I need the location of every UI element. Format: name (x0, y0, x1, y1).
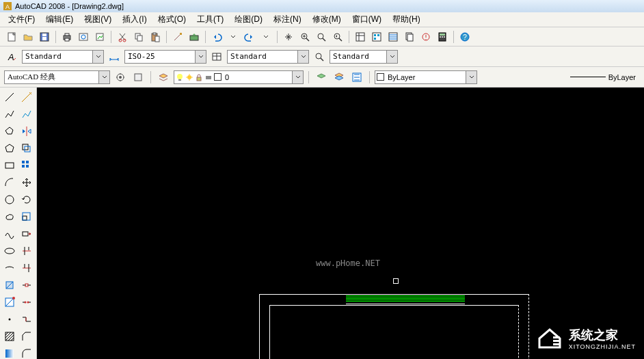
break-icon[interactable] (18, 294, 35, 310)
offset-icon[interactable] (18, 140, 35, 157)
chevron-down-icon[interactable] (98, 71, 109, 83)
ellipse-arc-icon[interactable] (1, 260, 18, 276)
trim-icon[interactable] (18, 243, 35, 259)
break-point-icon[interactable] (18, 277, 35, 293)
rectangle-icon[interactable] (1, 123, 18, 139)
text-style-combo[interactable]: Standard (22, 50, 104, 64)
chamfer-icon[interactable] (18, 328, 35, 345)
menu-file[interactable]: 文件(F) (4, 13, 39, 26)
hatch-icon[interactable] (1, 328, 18, 345)
revcloud-icon[interactable] (1, 209, 18, 225)
zoom-realtime-icon[interactable] (297, 29, 312, 44)
drawing-canvas[interactable]: www.pHome.NET 系统之家 (37, 88, 644, 359)
extend-icon[interactable] (18, 260, 35, 276)
chevron-down-icon[interactable] (292, 71, 303, 83)
copy-icon[interactable] (131, 29, 146, 44)
undo-icon[interactable] (209, 29, 224, 44)
menu-help[interactable]: 帮助(H) (388, 13, 425, 26)
fillet-icon[interactable] (18, 345, 35, 359)
mirror-icon[interactable] (18, 123, 35, 139)
table-style-combo[interactable]: Standard (227, 50, 309, 64)
cut-icon[interactable] (115, 29, 130, 44)
menu-insert[interactable]: 插入(I) (118, 13, 150, 26)
array-icon[interactable] (18, 157, 35, 174)
layer-states-icon[interactable] (332, 70, 347, 85)
chevron-down-icon[interactable] (466, 71, 477, 83)
redo-dropdown-icon[interactable] (258, 29, 273, 44)
chevron-down-icon[interactable] (195, 51, 206, 63)
chevron-down-icon[interactable] (297, 51, 308, 63)
undo-dropdown-icon[interactable] (226, 29, 241, 44)
menu-dimension[interactable]: 标注(N) (269, 13, 306, 26)
menu-modify[interactable]: 修改(M) (308, 13, 345, 26)
layer-combo[interactable]: 0 (174, 70, 304, 84)
svg-rect-18 (155, 36, 159, 42)
menu-view[interactable]: 视图(V) (80, 13, 116, 26)
menu-draw[interactable]: 绘图(D) (230, 13, 267, 26)
multileader-style-combo[interactable]: Standard (330, 50, 398, 64)
circle-icon[interactable] (1, 191, 18, 208)
menu-tools[interactable]: 工具(T) (193, 13, 228, 26)
calc-icon[interactable] (435, 29, 450, 44)
polyline-icon[interactable] (1, 106, 18, 122)
dim-style-icon[interactable] (107, 49, 122, 64)
menu-format[interactable]: 格式(O) (154, 13, 190, 26)
linetype-combo[interactable]: ByLayer (567, 73, 636, 81)
arc-icon[interactable] (1, 174, 18, 191)
zoom-previous-icon[interactable] (330, 29, 345, 44)
ellipse-icon[interactable] (1, 243, 18, 259)
block-editor-icon[interactable] (187, 29, 202, 44)
scale-icon[interactable] (18, 209, 35, 225)
text-style-icon[interactable]: A (4, 49, 19, 64)
rotate-icon[interactable] (18, 191, 35, 208)
spline-icon[interactable] (1, 226, 18, 242)
open-icon[interactable] (21, 29, 36, 44)
match-prop-icon[interactable] (170, 29, 185, 44)
multileader-style-icon[interactable] (312, 49, 327, 64)
polygon-icon[interactable] (18, 106, 35, 122)
move-icon[interactable] (18, 174, 35, 191)
chevron-down-icon[interactable] (92, 51, 103, 63)
color-combo[interactable]: ByLayer (375, 70, 477, 84)
line-icon[interactable] (1, 89, 18, 105)
rect-icon[interactable] (1, 157, 18, 174)
workspace-save-icon[interactable] (131, 70, 146, 85)
table-style-icon[interactable] (209, 49, 224, 64)
point-icon[interactable] (1, 311, 18, 328)
insert-block-icon[interactable] (1, 277, 18, 293)
chevron-down-icon[interactable] (386, 51, 397, 63)
pan-icon[interactable] (281, 29, 296, 44)
workspace-settings-icon[interactable] (113, 70, 128, 85)
workspace-combo[interactable]: AutoCAD 经典 (4, 70, 110, 84)
pentagon-icon[interactable] (1, 140, 18, 157)
properties-icon[interactable] (353, 29, 368, 44)
design-center-icon[interactable] (369, 29, 384, 44)
make-block-icon[interactable] (1, 294, 18, 310)
gradient-icon[interactable] (1, 345, 18, 359)
markup-icon[interactable] (418, 29, 433, 44)
menu-edit[interactable]: 编辑(E) (42, 13, 77, 26)
svg-rect-57 (22, 165, 25, 168)
zoom-window-icon[interactable] (314, 29, 329, 44)
dim-style-combo[interactable]: ISO-25 (124, 50, 206, 64)
publish-icon[interactable] (92, 29, 107, 44)
tool-palettes-icon[interactable] (386, 29, 401, 44)
join-icon[interactable] (18, 311, 35, 328)
layer-previous-icon[interactable] (314, 70, 329, 85)
print-icon[interactable] (59, 29, 75, 44)
layer-properties-icon[interactable] (156, 70, 171, 85)
new-icon[interactable] (4, 29, 19, 44)
menu-window[interactable]: 窗口(W) (348, 13, 386, 26)
help-icon[interactable]: ? (457, 29, 472, 44)
save-icon[interactable] (37, 29, 52, 44)
svg-point-59 (5, 196, 14, 204)
stretch-icon[interactable] (18, 226, 35, 242)
plot-preview-icon[interactable] (76, 29, 91, 44)
svg-rect-27 (377, 34, 379, 36)
paste-icon[interactable] (148, 29, 163, 44)
styles-toolbar: A Standard ISO-25 Standard Standard (0, 46, 644, 67)
layer-match-icon[interactable] (349, 70, 364, 85)
redo-icon[interactable] (242, 29, 257, 44)
sheet-set-icon[interactable] (402, 29, 417, 44)
construction-line-icon[interactable] (18, 89, 35, 105)
